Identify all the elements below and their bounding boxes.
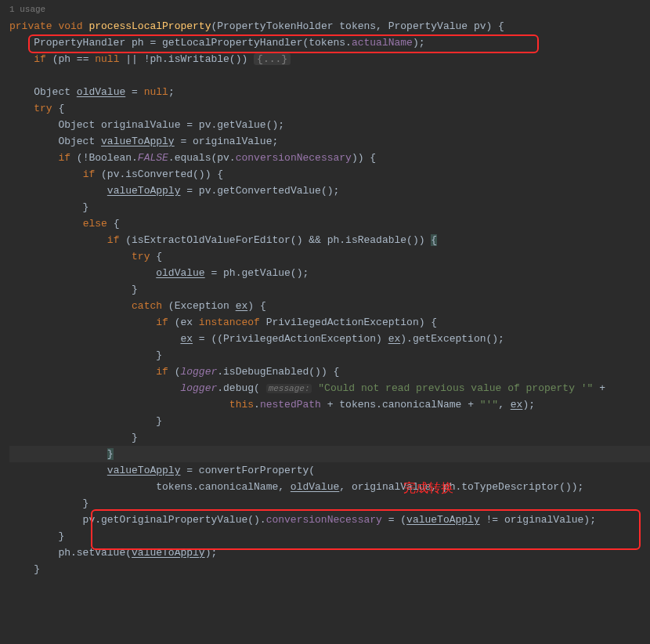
code-token: = convertForProperty( <box>180 465 315 476</box>
code-token: valueToApply <box>107 185 181 197</box>
code-token: valueToApply <box>101 136 175 147</box>
code-token: .isDebugEnabled()) { <box>217 366 339 378</box>
code-token: + <box>599 382 605 394</box>
code-token: if <box>34 53 52 65</box>
code-token: ); <box>522 399 535 411</box>
code-token: . <box>254 399 260 411</box>
code-token: (ex <box>175 317 199 328</box>
code-token <box>9 234 107 246</box>
code-token: + tokens.canonicalName + <box>321 399 480 411</box>
code-token: conversionNecessary <box>266 514 382 526</box>
code-token <box>9 366 156 378</box>
code-token: ph.setValue( <box>9 547 132 559</box>
code-token: != originalValue); <box>480 514 596 526</box>
code-token <box>9 218 83 230</box>
code-token: } <box>9 497 88 509</box>
code-token: .equals(pv. <box>168 152 236 164</box>
code-token: Object originalValue = pv.getValue(); <box>9 119 284 131</box>
code-token: ); <box>205 547 218 559</box>
code-token: } <box>9 530 64 542</box>
code-token: if <box>156 366 174 378</box>
code-token: = ph.getValue(); <box>205 267 309 279</box>
code-token <box>9 300 132 312</box>
code-token: try <box>132 251 156 262</box>
code-token: , originalValue, ph.toTypeDescriptor()); <box>339 481 583 493</box>
code-token <box>9 251 132 262</box>
code-token: Object <box>9 86 77 98</box>
code-token: if <box>107 234 125 246</box>
code-token: valueToApply <box>132 547 205 559</box>
code-token: = <box>125 86 143 98</box>
code-token: actualName <box>352 37 413 49</box>
code-token: , <box>498 399 511 411</box>
code-token: PrivilegedActionException) { <box>266 317 437 328</box>
code-token: ex <box>180 333 193 345</box>
code-token: PropertyHandler ph = getLocalPropertyHan… <box>9 37 352 49</box>
code-token: { <box>431 234 437 246</box>
code-token: {...} <box>254 53 291 65</box>
code-token: } <box>9 349 162 361</box>
code-token: ex <box>511 399 523 411</box>
code-token <box>9 168 83 180</box>
code-token: } <box>9 201 88 213</box>
code-token: if <box>156 317 174 328</box>
code-token: (!Boolean. <box>77 152 138 164</box>
code-token: catch <box>132 300 168 312</box>
code-token <box>9 317 156 328</box>
annotation-arrow <box>0 577 650 644</box>
code-token <box>9 465 107 476</box>
code-token: if <box>83 168 101 180</box>
code-token: { <box>58 103 64 114</box>
code-token: valueToApply <box>107 465 181 476</box>
code-token <box>9 152 58 164</box>
code-editor[interactable]: private void processLocalProperty(Proper… <box>0 18 650 577</box>
code-token: (ph == <box>52 53 96 65</box>
code-token: ).getException(); <box>400 333 504 345</box>
code-token: oldValue <box>77 86 125 98</box>
code-token: } <box>9 432 138 443</box>
code-token: { <box>114 218 120 230</box>
code-token: } <box>107 448 114 460</box>
code-token: ) { <box>247 300 265 312</box>
code-token: if <box>58 152 76 164</box>
code-token <box>9 185 107 197</box>
code-token: (Exception <box>168 300 236 312</box>
code-token: oldValue <box>291 481 339 493</box>
code-token: logger <box>180 382 217 394</box>
code-token: null <box>144 86 168 98</box>
code-token: logger <box>180 366 217 378</box>
code-token: tokens.canonicalName, <box>9 481 291 493</box>
code-token <box>9 267 156 279</box>
code-token: )) { <box>352 152 376 164</box>
code-token: nestedPath <box>260 399 321 411</box>
code-token <box>9 333 180 345</box>
code-token: (PropertyTokenHolder tokens, PropertyVal… <box>211 20 504 32</box>
code-token <box>9 53 34 65</box>
code-token: = ( <box>382 514 406 526</box>
code-token: = ((PrivilegedActionException) <box>193 333 388 345</box>
code-token <box>9 103 34 114</box>
code-token: ; <box>168 86 175 98</box>
code-token: (pv.isConverted()) { <box>101 168 223 180</box>
code-token: "'" <box>480 399 498 411</box>
code-token: conversionNecessary <box>236 152 352 164</box>
usage-count: 1 usage <box>0 0 650 18</box>
code-token: message: <box>266 384 312 393</box>
code-token <box>9 382 180 394</box>
code-token: else <box>83 218 114 230</box>
code-token: } <box>9 563 40 575</box>
code-token: = originalValue; <box>175 136 279 147</box>
code-token: ex <box>388 333 401 345</box>
code-token <box>9 448 107 460</box>
code-token: private void <box>9 20 88 32</box>
code-token: valueToApply <box>406 514 480 526</box>
code-token: (isExtractOldValueForEditor() && ph.isRe… <box>125 234 431 246</box>
code-token: ex <box>236 300 248 312</box>
code-token: instanceof <box>199 317 266 328</box>
code-token: = pv.getConvertedValue(); <box>180 185 339 197</box>
code-token <box>9 399 229 411</box>
code-token: ); <box>413 37 425 49</box>
code-token: } <box>9 284 138 295</box>
code-token: } <box>9 415 162 427</box>
code-token: FALSE <box>138 152 168 164</box>
